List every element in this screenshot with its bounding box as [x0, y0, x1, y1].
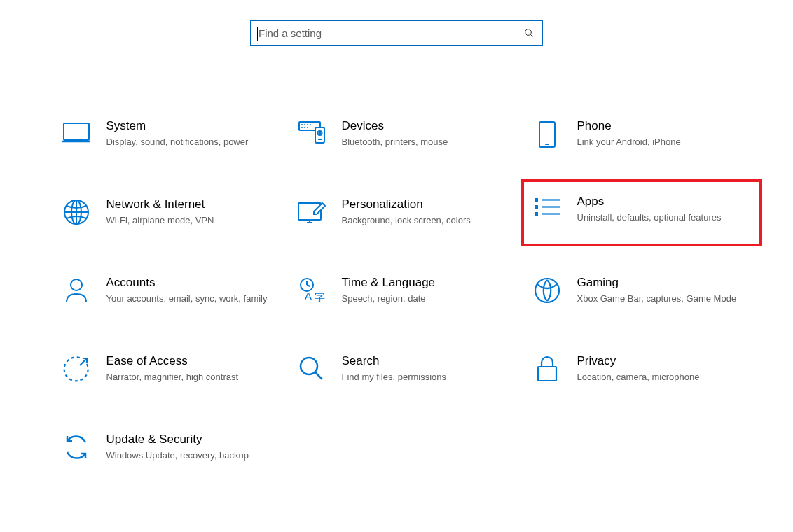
- tile-desc: Xbox Game Bar, captures, Game Mode: [577, 293, 750, 306]
- time-language-icon: A 字: [297, 277, 326, 307]
- tile-text: System Display, sound, notifications, po…: [106, 119, 279, 149]
- tile-title: Ease of Access: [106, 354, 279, 368]
- tile-text: Privacy Location, camera, microphone: [577, 354, 750, 384]
- svg-point-31: [71, 279, 82, 290]
- tile-desc: Windows Update, recovery, backup: [106, 449, 279, 463]
- tile-desc: Uninstall, defaults, optional features: [577, 211, 750, 225]
- svg-rect-27: [535, 212, 538, 216]
- personalization-icon: [297, 199, 326, 228]
- tile-desc: Location, camera, microphone: [577, 371, 750, 384]
- tile-desc: Bluetooth, printers, mouse: [342, 136, 514, 149]
- categories-grid: System Display, sound, notifications, po…: [44, 116, 750, 466]
- tile-desc: Wi-Fi, airplane mode, VPN: [106, 214, 279, 227]
- tile-network[interactable]: Network & Internet Wi-Fi, airplane mode,…: [62, 195, 279, 231]
- tile-desc: Background, lock screen, colors: [342, 214, 514, 227]
- tile-text: Search Find my files, permissions: [342, 354, 514, 384]
- ease-of-access-icon: [62, 356, 91, 385]
- text-cursor: [257, 27, 258, 41]
- system-icon: [62, 120, 91, 150]
- svg-point-0: [525, 29, 532, 36]
- devices-icon: [297, 120, 326, 150]
- svg-rect-26: [535, 205, 538, 209]
- tile-desc: Narrator, magnifier, high contrast: [106, 371, 279, 384]
- svg-line-34: [307, 285, 310, 286]
- svg-rect-40: [538, 367, 556, 381]
- tile-devices[interactable]: Devices Bluetooth, printers, mouse: [297, 116, 514, 153]
- tile-title: Phone: [577, 119, 750, 133]
- tile-ease-of-access[interactable]: Ease of Access Narrator, magnifier, high…: [62, 351, 279, 388]
- svg-point-38: [301, 358, 317, 374]
- tile-accounts[interactable]: Accounts Your accounts, email, sync, wor…: [62, 273, 279, 309]
- tile-text: Network & Internet Wi-Fi, airplane mode,…: [106, 197, 279, 227]
- tile-time-language[interactable]: A 字 Time & Language Speech, region, date: [297, 273, 514, 309]
- svg-text:A: A: [305, 290, 312, 302]
- search-input[interactable]: [258, 27, 523, 40]
- tile-text: Phone Link your Android, iPhone: [577, 119, 750, 149]
- tile-apps[interactable]: Apps Uninstall, defaults, optional featu…: [521, 179, 762, 246]
- tile-desc: Find my files, permissions: [342, 371, 514, 384]
- update-security-icon: [62, 434, 91, 463]
- tile-phone[interactable]: Phone Link your Android, iPhone: [532, 116, 750, 153]
- tile-text: Gaming Xbox Game Bar, captures, Game Mod…: [577, 276, 750, 306]
- svg-line-1: [530, 34, 532, 36]
- tile-text: Personalization Background, lock screen,…: [342, 197, 514, 227]
- tile-text: Accounts Your accounts, email, sync, wor…: [106, 276, 279, 306]
- tile-title: Search: [342, 354, 514, 368]
- tile-desc: Link your Android, iPhone: [577, 136, 750, 149]
- tile-title: System: [106, 119, 279, 133]
- tile-personalization[interactable]: Personalization Background, lock screen,…: [297, 195, 514, 231]
- search-icon: [523, 27, 535, 38]
- gaming-icon: [532, 277, 562, 307]
- tile-title: Time & Language: [342, 276, 514, 290]
- privacy-icon: [532, 356, 562, 385]
- tile-title: Update & Security: [106, 433, 279, 447]
- tile-desc: Your accounts, email, sync, work, family: [106, 293, 279, 306]
- accounts-icon: [62, 277, 91, 307]
- svg-rect-2: [64, 123, 89, 140]
- apps-icon: [532, 196, 562, 225]
- tile-privacy[interactable]: Privacy Location, camera, microphone: [532, 351, 750, 388]
- tile-system[interactable]: System Display, sound, notifications, po…: [62, 116, 279, 153]
- tile-text: Devices Bluetooth, printers, mouse: [342, 119, 514, 149]
- tile-title: Personalization: [342, 197, 514, 211]
- svg-point-14: [319, 132, 320, 134]
- tile-desc: Speech, region, date: [342, 293, 514, 306]
- network-icon: [62, 199, 91, 228]
- search-category-icon: [297, 356, 326, 385]
- svg-point-37: [535, 279, 559, 302]
- tile-text: Time & Language Speech, region, date: [342, 276, 514, 306]
- settings-home: System Display, sound, notifications, po…: [0, 0, 793, 466]
- tile-title: Devices: [342, 119, 514, 133]
- tile-search[interactable]: Search Find my files, permissions: [297, 351, 514, 388]
- tile-update-security[interactable]: Update & Security Windows Update, recove…: [62, 430, 279, 466]
- tile-text: Apps Uninstall, defaults, optional featu…: [577, 195, 750, 225]
- tile-gaming[interactable]: Gaming Xbox Game Bar, captures, Game Mod…: [532, 273, 750, 309]
- svg-text:字: 字: [315, 291, 325, 303]
- svg-rect-16: [539, 122, 555, 147]
- tile-title: Accounts: [106, 276, 279, 290]
- tile-title: Gaming: [577, 276, 750, 290]
- svg-line-39: [315, 372, 322, 379]
- phone-icon: [532, 120, 562, 150]
- search-area: [0, 20, 793, 46]
- tile-text: Update & Security Windows Update, recove…: [106, 433, 279, 463]
- tile-desc: Display, sound, notifications, power: [106, 136, 279, 149]
- tile-text: Ease of Access Narrator, magnifier, high…: [106, 354, 279, 384]
- svg-rect-25: [535, 198, 538, 202]
- tile-title: Apps: [577, 195, 750, 209]
- tile-title: Network & Internet: [106, 197, 279, 211]
- tile-title: Privacy: [577, 354, 750, 368]
- search-box[interactable]: [250, 20, 543, 46]
